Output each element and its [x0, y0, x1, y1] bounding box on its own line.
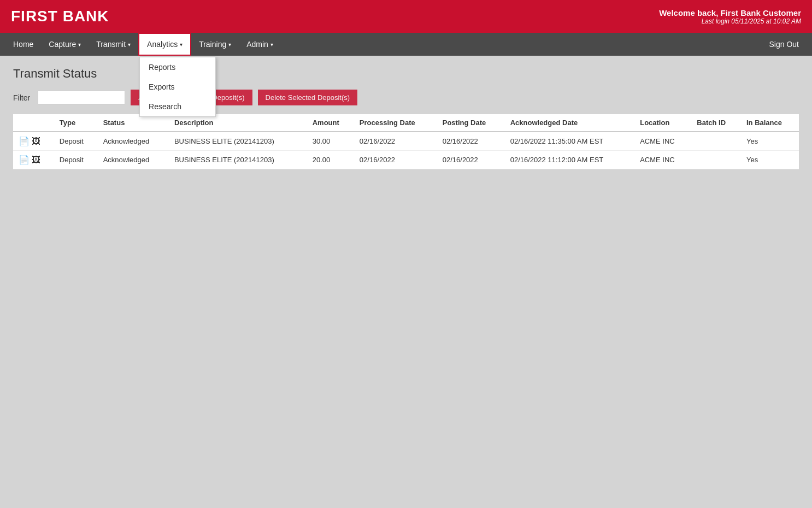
row-icons-cell: 📄 🖼 — [13, 151, 54, 169]
document-icon-2[interactable]: 🖼 — [32, 155, 40, 165]
cell-processing_date: 02/16/2022 — [354, 132, 437, 151]
dropdown-item-research[interactable]: Research — [140, 97, 215, 116]
document-icon-2[interactable]: 🖼 — [32, 137, 40, 146]
navbar: Home Capture ▾ Transmit ▾ Analytics ▾ Re… — [0, 33, 812, 56]
cell-acknowledged_date: 02/16/2022 11:12:00 AM EST — [505, 151, 635, 169]
col-type: Type — [54, 114, 98, 132]
analytics-caret-icon: ▾ — [180, 42, 183, 48]
col-processing-date: Processing Date — [354, 114, 437, 132]
cell-type: Deposit — [54, 151, 98, 169]
cell-location: ACME INC — [634, 132, 691, 151]
delete-button[interactable]: Delete Selected Deposit(s) — [258, 90, 358, 105]
dropdown-item-exports[interactable]: Exports — [140, 77, 215, 97]
cell-description: BUSINESS ELITE (202141203) — [169, 151, 307, 169]
signout-button[interactable]: Sign Out — [762, 34, 807, 54]
table-header-row: Type Status Description Amount Processin… — [13, 114, 799, 132]
deposits-table: Type Status Description Amount Processin… — [13, 114, 799, 169]
cell-location: ACME INC — [634, 151, 691, 169]
col-in-balance: In Balance — [741, 114, 799, 132]
cell-type: Deposit — [54, 132, 98, 151]
document-icon-1[interactable]: 📄 — [19, 136, 30, 146]
nav-analytics[interactable]: Analytics ▾ Reports Exports Research — [138, 33, 191, 56]
col-location: Location — [634, 114, 691, 132]
cell-acknowledged_date: 02/16/2022 11:35:00 AM EST — [505, 132, 635, 151]
welcome-text: Welcome back, First Bank Customer — [659, 8, 801, 17]
cell-status: Acknowledged — [98, 151, 169, 169]
table-row: 📄 🖼 DepositAcknowledgedBUSINESS ELITE (2… — [13, 151, 799, 169]
col-batch-id: Batch ID — [691, 114, 741, 132]
toolbar: Filter Acknowledge Selected Deposit(s) D… — [13, 90, 799, 105]
cell-description: BUSINESS ELITE (202141203) — [169, 132, 307, 151]
cell-amount: 20.00 — [307, 151, 354, 169]
dropdown-item-reports[interactable]: Reports — [140, 57, 215, 77]
nav-home[interactable]: Home — [5, 33, 41, 56]
app-header: FIRST BANK Welcome back, First Bank Cust… — [0, 0, 812, 33]
document-icon-1[interactable]: 📄 — [19, 155, 30, 165]
cell-in_balance: Yes — [741, 132, 799, 151]
row-icons-cell: 📄 🖼 — [13, 132, 54, 151]
transmit-caret-icon: ▾ — [128, 42, 131, 48]
nav-capture[interactable]: Capture ▾ — [41, 33, 89, 56]
admin-caret-icon: ▾ — [270, 42, 273, 48]
cell-batch_id — [691, 151, 741, 169]
analytics-dropdown: Reports Exports Research — [139, 57, 216, 117]
cell-in_balance: Yes — [741, 151, 799, 169]
col-posting-date: Posting Date — [437, 114, 505, 132]
filter-label: Filter — [13, 93, 30, 102]
filter-input[interactable] — [38, 91, 125, 104]
col-amount: Amount — [307, 114, 354, 132]
training-caret-icon: ▾ — [228, 42, 231, 48]
col-icons — [13, 114, 54, 132]
col-acknowledged-date: Acknowledged Date — [505, 114, 635, 132]
cell-status: Acknowledged — [98, 132, 169, 151]
cell-processing_date: 02/16/2022 — [354, 151, 437, 169]
last-login-text: Last login 05/11/2025 at 10:02 AM — [659, 17, 801, 25]
page-title: Transmit Status — [13, 67, 799, 81]
cell-batch_id — [691, 132, 741, 151]
main-content: Transmit Status Filter Acknowledge Selec… — [0, 56, 812, 508]
user-info: Welcome back, First Bank Customer Last l… — [659, 8, 801, 25]
nav-training[interactable]: Training ▾ — [191, 33, 239, 56]
capture-caret-icon: ▾ — [78, 42, 81, 48]
cell-posting_date: 02/16/2022 — [437, 151, 505, 169]
app-logo: FIRST BANK — [11, 8, 109, 25]
table-row: 📄 🖼 DepositAcknowledgedBUSINESS ELITE (2… — [13, 132, 799, 151]
nav-admin[interactable]: Admin ▾ — [239, 33, 281, 56]
nav-transmit[interactable]: Transmit ▾ — [89, 33, 138, 56]
cell-amount: 30.00 — [307, 132, 354, 151]
cell-posting_date: 02/16/2022 — [437, 132, 505, 151]
